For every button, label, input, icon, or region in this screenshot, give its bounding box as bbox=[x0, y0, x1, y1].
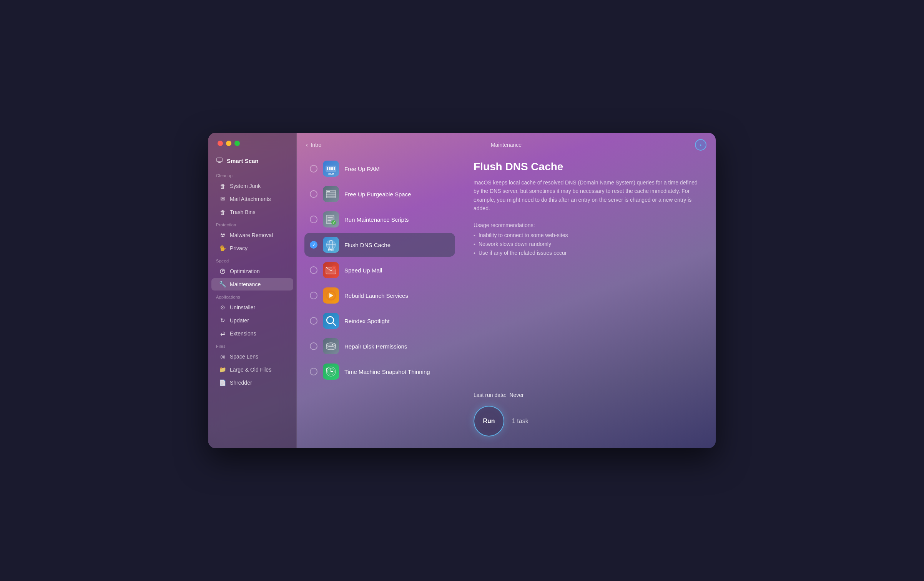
task-radio-run-maintenance-scripts[interactable] bbox=[310, 216, 317, 223]
disk-icon bbox=[323, 338, 339, 354]
sidebar: Smart Scan Cleanup 🗑 System Junk ✉ Mail … bbox=[208, 133, 297, 448]
svg-rect-7 bbox=[327, 167, 328, 170]
traffic-lights bbox=[218, 141, 240, 146]
task-radio-speed-up-mail[interactable] bbox=[310, 266, 317, 274]
task-radio-free-up-purgeable[interactable] bbox=[310, 190, 317, 198]
sidebar-item-optimization[interactable]: Optimization bbox=[211, 265, 293, 277]
task-item-repair-disk-permissions[interactable]: Repair Disk Permissions bbox=[304, 334, 455, 358]
task-radio-free-up-ram[interactable] bbox=[310, 165, 317, 173]
task-item-speed-up-mail[interactable]: ! Speed Up Mail bbox=[304, 258, 455, 282]
svg-rect-0 bbox=[217, 158, 222, 162]
sidebar-item-label: Space Lens bbox=[230, 354, 258, 360]
maintenance-icon: 🔧 bbox=[219, 281, 226, 288]
sidebar-item-mail-attachments[interactable]: ✉ Mail Attachments bbox=[211, 193, 293, 205]
sidebar-item-label: Trash Bins bbox=[230, 209, 255, 215]
timemachine-icon bbox=[323, 364, 339, 380]
maximize-button[interactable] bbox=[234, 141, 240, 146]
sidebar-item-label: System Junk bbox=[230, 183, 261, 189]
space-lens-icon: ◎ bbox=[219, 353, 226, 360]
svg-line-33 bbox=[333, 323, 336, 325]
last-run-label: Last run date: bbox=[474, 392, 507, 398]
sidebar-item-trash-bins[interactable]: 🗑 Trash Bins bbox=[211, 206, 293, 218]
usage-list: Inability to connect to some web-sites N… bbox=[474, 232, 704, 256]
svg-rect-16 bbox=[327, 191, 330, 192]
task-list: RAM Free Up RAM bbox=[304, 157, 458, 440]
sidebar-item-label: Large & Old Files bbox=[230, 367, 271, 373]
task-radio-repair-disk-permissions[interactable] bbox=[310, 342, 317, 350]
smart-scan-label: Smart Scan bbox=[227, 158, 259, 164]
task-label-speed-up-mail: Speed Up Mail bbox=[344, 267, 382, 274]
task-item-rebuild-launch-services[interactable]: Rebuild Launch Services bbox=[304, 284, 455, 307]
optimization-icon bbox=[219, 268, 226, 275]
task-radio-rebuild-launch-services[interactable] bbox=[310, 292, 317, 299]
detail-title: Flush DNS Cache bbox=[474, 161, 704, 173]
uninstaller-icon: ⊘ bbox=[219, 304, 226, 311]
dns-icon: DNS bbox=[323, 237, 339, 253]
sidebar-item-shredder[interactable]: 📄 Shredder bbox=[211, 377, 293, 389]
page-title: Maintenance bbox=[491, 142, 522, 148]
user-avatar[interactable]: ● bbox=[695, 139, 706, 151]
sidebar-item-space-lens[interactable]: ◎ Space Lens bbox=[211, 350, 293, 363]
task-item-run-maintenance-scripts[interactable]: ✓ Run Maintenance Scripts bbox=[304, 208, 455, 231]
content-area: RAM Free Up RAM bbox=[297, 157, 716, 448]
sidebar-item-system-junk[interactable]: 🗑 System Junk bbox=[211, 180, 293, 192]
usage-item-label: Network slows down randomly bbox=[479, 241, 551, 247]
shredder-icon: 📄 bbox=[219, 379, 226, 386]
task-item-reindex-spotlight[interactable]: Reindex Spotlight bbox=[304, 309, 455, 333]
svg-rect-8 bbox=[329, 167, 331, 170]
back-button[interactable]: ‹ Intro bbox=[306, 141, 321, 148]
sidebar-item-privacy[interactable]: 🖐 Privacy bbox=[211, 242, 293, 254]
task-radio-flush-dns-cache[interactable] bbox=[310, 241, 317, 249]
sidebar-item-label: Privacy bbox=[230, 245, 248, 251]
task-item-free-up-ram[interactable]: RAM Free Up RAM bbox=[304, 157, 455, 181]
section-label-files: Files bbox=[208, 340, 296, 350]
sidebar-item-label: Mail Attachments bbox=[230, 196, 271, 202]
sidebar-item-maintenance[interactable]: 🔧 Maintenance bbox=[211, 278, 293, 290]
task-item-flush-dns-cache[interactable]: DNS Flush DNS Cache bbox=[304, 233, 455, 257]
sidebar-item-extensions[interactable]: ⇄ Extensions bbox=[211, 327, 293, 340]
usage-item-label: Use if any of the related issues occur bbox=[479, 250, 567, 256]
back-arrow-icon: ‹ bbox=[306, 141, 308, 148]
svg-text:!: ! bbox=[334, 266, 335, 270]
mail-attachments-icon: ✉ bbox=[219, 196, 226, 203]
task-radio-time-machine-thinning[interactable] bbox=[310, 368, 317, 375]
task-label-run-maintenance-scripts: Run Maintenance Scripts bbox=[344, 216, 409, 223]
sidebar-item-label: Optimization bbox=[230, 268, 260, 274]
sidebar-item-label: Shredder bbox=[230, 380, 252, 386]
sidebar-item-large-old-files[interactable]: 📁 Large & Old Files bbox=[211, 364, 293, 376]
run-area: Run 1 task bbox=[474, 406, 704, 437]
task-label-repair-disk-permissions: Repair Disk Permissions bbox=[344, 343, 407, 350]
task-label-free-up-ram: Free Up RAM bbox=[344, 166, 380, 172]
large-old-files-icon: 📁 bbox=[219, 366, 226, 373]
smart-scan-icon bbox=[216, 157, 223, 164]
svg-text:DNS: DNS bbox=[328, 248, 334, 251]
last-run-value: Never bbox=[509, 392, 523, 398]
app-window: Smart Scan Cleanup 🗑 System Junk ✉ Mail … bbox=[208, 133, 716, 448]
section-label-protection: Protection bbox=[208, 219, 296, 229]
detail-panel: Flush DNS Cache macOS keeps local cache … bbox=[466, 157, 708, 440]
minimize-button[interactable] bbox=[226, 141, 231, 146]
close-button[interactable] bbox=[218, 141, 223, 146]
sidebar-item-uninstaller[interactable]: ⊘ Uninstaller bbox=[211, 301, 293, 314]
sidebar-item-label: Extensions bbox=[230, 330, 256, 337]
sidebar-item-label: Updater bbox=[230, 317, 249, 324]
section-label-applications: Applications bbox=[208, 291, 296, 301]
task-label-free-up-purgeable: Free Up Purgeable Space bbox=[344, 191, 411, 198]
sidebar-item-updater[interactable]: ↻ Updater bbox=[211, 314, 293, 327]
svg-text:✓: ✓ bbox=[332, 221, 335, 225]
usage-item-label: Inability to connect to some web-sites bbox=[479, 232, 568, 238]
avatar-dot: ● bbox=[700, 143, 702, 147]
run-button[interactable]: Run bbox=[474, 406, 504, 437]
task-radio-reindex-spotlight[interactable] bbox=[310, 317, 317, 325]
usage-item-2: Network slows down randomly bbox=[474, 241, 704, 247]
task-item-free-up-purgeable[interactable]: Free Up Purgeable Space bbox=[304, 182, 455, 206]
sidebar-item-label: Uninstaller bbox=[230, 304, 255, 310]
task-label-flush-dns-cache: Flush DNS Cache bbox=[344, 242, 391, 248]
task-item-time-machine-thinning[interactable]: Time Machine Snapshot Thinning bbox=[304, 360, 455, 383]
svg-rect-10 bbox=[334, 167, 335, 170]
sidebar-item-malware-removal[interactable]: ☢ Malware Removal bbox=[211, 229, 293, 241]
usage-title: Usage recommendations: bbox=[474, 222, 704, 228]
sidebar-item-label: Malware Removal bbox=[230, 232, 273, 238]
task-label-time-machine-thinning: Time Machine Snapshot Thinning bbox=[344, 369, 430, 375]
sidebar-item-smart-scan[interactable]: Smart Scan bbox=[208, 154, 296, 169]
